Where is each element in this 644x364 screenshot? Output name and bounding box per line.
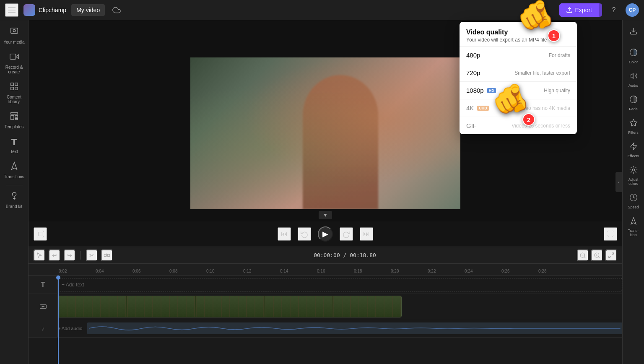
playhead[interactable] <box>58 276 59 364</box>
speed-icon <box>629 193 638 204</box>
ruler-mark: 0:12 <box>242 269 279 273</box>
ruler-mark: 0:08 <box>169 269 205 273</box>
add-text-button[interactable]: + Add text <box>58 278 622 291</box>
right-sidebar-item-export[interactable] <box>623 23 644 41</box>
sidebar-item-your-media[interactable]: Your media <box>1 23 28 48</box>
skip-back-button[interactable]: ⏮ <box>278 227 291 241</box>
right-sidebar-label-color: Color <box>629 60 638 64</box>
sidebar-item-text[interactable]: T Text <box>1 133 28 157</box>
cut-button[interactable]: ✂ <box>86 250 98 261</box>
sidebar-item-record-create[interactable]: Record &create <box>1 49 28 78</box>
sidebar-item-brand-kit[interactable]: Brand kit <box>1 188 28 212</box>
preview-right-controls: ⛶ <box>604 227 617 241</box>
select-tool-button[interactable] <box>34 250 45 261</box>
ruler-mark: 0:02 <box>58 269 95 273</box>
forward-button[interactable] <box>340 227 353 241</box>
cloud-save-button[interactable] <box>110 3 123 17</box>
sidebar-item-templates[interactable]: Templates <box>1 108 28 133</box>
preview-controls-overlay: ⏮ ▶ ⏭ ⛶ <box>29 221 622 247</box>
right-sidebar-item-speed[interactable]: Speed <box>623 190 644 213</box>
collapse-chevron-area: ▼ <box>319 211 332 219</box>
export-chevron-button[interactable]: ▾ <box>599 3 602 17</box>
sidebar-item-content-library[interactable]: Contentlibrary <box>1 78 28 107</box>
right-sidebar-label-fade: Fade <box>629 107 638 111</box>
undo-button[interactable]: ↩ <box>49 250 60 261</box>
hamburger-menu-button[interactable] <box>5 3 18 17</box>
fullscreen-button[interactable]: ⛶ <box>604 227 617 241</box>
transitions-icon <box>10 161 19 173</box>
quality-desc-1080p: High quality <box>544 88 570 94</box>
svg-marker-35 <box>631 218 636 224</box>
app-name: Clipchamp <box>39 7 66 13</box>
video-track-icon <box>39 303 47 310</box>
svg-rect-3 <box>10 54 16 60</box>
ruler-mark: 0:28 <box>538 269 574 273</box>
quality-option-1080p[interactable]: 1080p HD High quality <box>460 82 577 99</box>
quality-option-4k[interactable]: 4K UHD Your video has no 4K media <box>460 99 577 117</box>
audio-track-content[interactable]: + Add audio <box>58 319 622 337</box>
svg-point-13 <box>12 192 16 196</box>
quality-dropdown: Video quality Your video will export as … <box>460 22 577 134</box>
redo-button[interactable]: ↪ <box>64 250 75 261</box>
zoom-out-button[interactable] <box>577 250 589 261</box>
play-button[interactable]: ▶ <box>318 226 333 242</box>
right-sidebar-label-audio: Audio <box>628 83 638 88</box>
right-sidebar-item-effects[interactable]: Effects <box>623 139 644 161</box>
quality-dropdown-header: Video quality Your video will export as … <box>460 22 577 47</box>
zoom-in-button[interactable] <box>591 250 603 261</box>
right-sidebar: Color Audio Fade <box>622 20 644 364</box>
right-sidebar-item-audio[interactable]: Audio <box>623 68 644 91</box>
crop-button[interactable] <box>34 227 47 241</box>
expand-timeline-button[interactable] <box>605 250 617 261</box>
right-sidebar-item-adjust-colors[interactable]: Adjustcolors <box>623 162 644 189</box>
audio-track-header: ♪ <box>29 319 58 337</box>
right-sidebar-label-transition: Trans-ition <box>628 229 639 237</box>
quality-desc-480p: For drafts <box>549 52 570 58</box>
right-sidebar-item-fade[interactable]: Fade <box>623 92 644 114</box>
content-library-icon <box>10 82 19 93</box>
svg-rect-10 <box>15 115 17 117</box>
rewind-button[interactable] <box>298 227 311 241</box>
project-name-button[interactable]: My video <box>71 4 105 16</box>
svg-marker-32 <box>630 120 637 126</box>
export-button[interactable]: Export <box>559 3 599 17</box>
svg-marker-30 <box>630 73 633 78</box>
quality-option-480p-left: 480p <box>466 52 480 59</box>
svg-rect-14 <box>39 232 42 236</box>
playback-controls: ⏮ ▶ ⏭ <box>278 226 373 242</box>
svg-rect-11 <box>15 119 17 120</box>
collapse-panel-button[interactable]: ‹ <box>615 172 622 192</box>
quality-option-gif[interactable]: GIF Videos 15 seconds or less <box>460 117 577 134</box>
video-clip[interactable] <box>58 296 402 317</box>
brand-kit-icon <box>10 191 19 203</box>
text-track-content[interactable]: + Add text <box>58 276 622 294</box>
user-avatar[interactable]: CP <box>626 3 639 17</box>
skip-forward-button[interactable]: ⏭ <box>360 227 373 241</box>
svg-rect-6 <box>15 87 17 90</box>
filters-icon <box>629 119 638 129</box>
ruler-mark: 0:26 <box>501 269 538 273</box>
svg-rect-9 <box>10 115 13 120</box>
audio-icon <box>629 72 638 82</box>
quality-dropdown-subtitle: Your video will export as an MP4 file <box>466 37 570 43</box>
split-button[interactable] <box>101 250 113 261</box>
right-sidebar-item-color[interactable]: Color <box>623 45 644 68</box>
right-sidebar-item-transition[interactable]: Trans-ition <box>623 213 644 240</box>
video-track-row <box>29 294 622 319</box>
help-button[interactable]: ? <box>607 3 621 17</box>
add-audio-label[interactable]: + Add audio <box>58 326 86 331</box>
collapse-preview-button[interactable]: ▼ <box>319 211 332 219</box>
quality-option-720p[interactable]: 720p Smaller file, faster export <box>460 64 577 82</box>
video-track-content[interactable] <box>58 294 622 319</box>
svg-rect-4 <box>10 83 13 86</box>
quality-badge-uhd: UHD <box>477 106 489 111</box>
svg-rect-7 <box>10 87 13 90</box>
right-sidebar-item-filters[interactable]: Filters <box>623 115 644 138</box>
sidebar-item-transitions[interactable]: Transitions <box>1 158 28 182</box>
timeline-toolbar-divider <box>80 251 81 260</box>
quality-option-480p[interactable]: 480p For drafts <box>460 47 577 64</box>
text-track-row: T + Add text <box>29 276 622 294</box>
right-export-icon <box>629 27 638 37</box>
sidebar-label-content-library: Contentlibrary <box>7 95 21 104</box>
right-sidebar-label-effects: Effects <box>628 154 639 158</box>
